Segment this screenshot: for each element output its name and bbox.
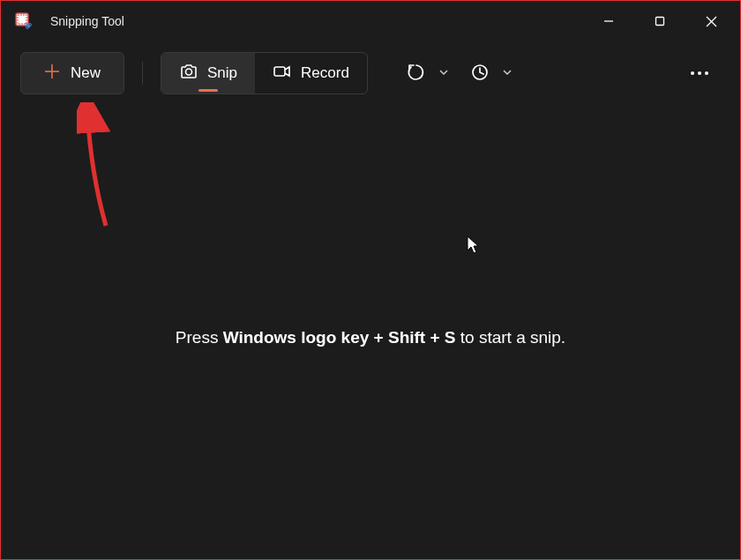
- app-icon: [15, 12, 33, 30]
- minimize-button[interactable]: [583, 3, 634, 40]
- record-mode-button[interactable]: Record: [255, 53, 367, 93]
- plus-icon: [44, 63, 60, 84]
- clock-icon: [470, 63, 490, 85]
- titlebar-left: Snipping Tool: [15, 12, 124, 30]
- svg-rect-5: [656, 18, 664, 26]
- new-button-label: New: [71, 64, 101, 82]
- toolbar-divider: [142, 62, 143, 85]
- app-title: Snipping Tool: [50, 14, 124, 28]
- svg-point-10: [186, 69, 192, 75]
- more-icon: [691, 71, 708, 75]
- dropdown-section: [407, 56, 513, 91]
- shape-icon: [407, 63, 426, 85]
- record-mode-label: Record: [301, 64, 349, 82]
- maximize-button[interactable]: [634, 3, 685, 40]
- new-button[interactable]: New: [20, 52, 124, 94]
- chevron-down-icon: [438, 67, 449, 80]
- snip-shape-dropdown[interactable]: [407, 56, 449, 91]
- camera-icon: [179, 62, 198, 86]
- mode-toggle: Snip Record: [161, 52, 368, 94]
- close-button[interactable]: [685, 3, 737, 40]
- video-icon: [273, 62, 292, 86]
- snip-mode-button[interactable]: Snip: [161, 53, 255, 93]
- cursor-icon: [467, 235, 483, 255]
- delay-dropdown[interactable]: [470, 56, 513, 91]
- more-options-button[interactable]: [678, 56, 721, 91]
- toolbar: New Snip Record: [1, 41, 740, 105]
- svg-rect-11: [274, 67, 285, 76]
- hint-text: Press Windows logo key + Shift + S to st…: [1, 328, 740, 347]
- snip-mode-label: Snip: [207, 64, 237, 82]
- chevron-down-icon: [502, 67, 513, 80]
- titlebar: Snipping Tool: [1, 1, 740, 41]
- window-controls: [583, 3, 737, 40]
- annotation-arrow: [77, 102, 121, 235]
